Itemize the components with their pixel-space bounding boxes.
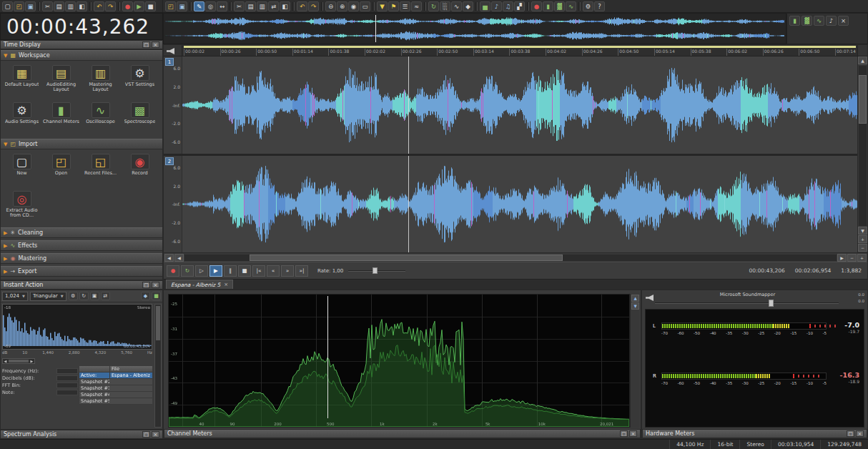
loop-region-bar[interactable]	[184, 46, 856, 48]
spectrum-display[interactable]: -25-31-37-43-49 40902005001k2k5k10k20,02…	[168, 294, 630, 428]
play-all-button[interactable]: ▷	[195, 265, 208, 277]
restore-panel-button[interactable]: □	[142, 41, 150, 48]
open-file-icon[interactable]: ◰	[14, 1, 24, 11]
sync-icon[interactable]: ⇄	[101, 292, 110, 300]
section-header-effects[interactable]: ▶∿Effects	[1, 240, 162, 251]
stop-button[interactable]: ■	[238, 265, 251, 277]
copy-icon[interactable]: ▤	[245, 1, 256, 11]
section-header-import[interactable]: ▼◰Import	[1, 139, 162, 149]
audio-settings-action[interactable]: ⚙Audio Settings	[2, 100, 41, 137]
save-as-icon[interactable]: ▣	[177, 1, 187, 11]
dock-close-icon[interactable]: ×	[838, 16, 849, 26]
cut-icon[interactable]: ✂	[42, 1, 53, 11]
meters-scroll-down[interactable]: ▼	[631, 302, 639, 310]
redo-icon[interactable]: ↷	[105, 1, 116, 11]
rate-slider-handle[interactable]	[373, 267, 378, 274]
table-row[interactable]: Snapshot #3:	[79, 385, 152, 392]
new-file-icon[interactable]: ▢	[2, 1, 13, 11]
output-volume-handle[interactable]	[769, 300, 774, 307]
redo-icon[interactable]: ↷	[308, 1, 319, 11]
close-panel-button[interactable]: ×	[152, 431, 159, 438]
statistics-icon[interactable]: ▞	[514, 1, 525, 11]
oscilloscope-action[interactable]: ∿Oscilloscope	[81, 100, 120, 137]
vertical-scrollbar[interactable]: ▲ ▼ + −	[857, 56, 867, 252]
event-tool-icon[interactable]: ↔	[217, 1, 227, 11]
loop-playback-button[interactable]: ↻	[181, 265, 194, 277]
spectrum-mini-scrollbar[interactable]: ◀ ▶	[2, 358, 35, 364]
level-meters-display[interactable]: L -70-60-50-40-35-30-25-20-15-10-5 R -70…	[645, 309, 864, 428]
rewind-button[interactable]: «	[267, 265, 280, 277]
settings-icon[interactable]: ⚙	[69, 292, 78, 300]
meters-icon[interactable]: ▮	[543, 1, 553, 11]
copy-icon[interactable]: ▤	[54, 1, 64, 11]
pause-button[interactable]: ‖	[224, 265, 237, 277]
go-to-start-button[interactable]: |«	[252, 265, 265, 277]
lock-icon[interactable]: ◆	[463, 1, 473, 11]
magnify-tool-icon[interactable]: ◎	[205, 1, 216, 11]
zoom-in-button[interactable]: +	[857, 254, 867, 262]
new-action[interactable]: ▢New	[2, 152, 41, 189]
undo-icon[interactable]: ↶	[297, 1, 307, 11]
edit-tool-icon[interactable]: ✎	[194, 1, 204, 11]
snap-icon[interactable]: ≈	[411, 1, 422, 11]
channel-meters-action[interactable]: ▮Channel Meters	[41, 100, 81, 137]
scroll-right-icon[interactable]: ▶	[29, 359, 34, 363]
audioediting-layout-action[interactable]: ▤AudioEditing Layout	[41, 63, 81, 100]
spectrum-mini-chart[interactable]: -18 Stereo -69 00:00:43,264	[2, 304, 152, 350]
zoom-selection-icon[interactable]: ◉	[348, 1, 359, 11]
section-header-cleaning[interactable]: ▶✳Cleaning	[1, 227, 162, 238]
record-action[interactable]: ◉Record	[120, 152, 159, 189]
section-header-mastering[interactable]: ▶◉Mastering	[1, 253, 162, 264]
command-list-icon[interactable]: ☰	[400, 1, 410, 11]
preferences-icon[interactable]: ⚙	[583, 1, 593, 11]
mix-icon[interactable]: ⇄	[268, 1, 279, 11]
spectrum-panel-scrollbar[interactable]	[154, 304, 162, 428]
close-panel-button[interactable]: ×	[856, 430, 864, 437]
recent-files-action[interactable]: ◱Recent Files...	[81, 152, 120, 189]
zoom-in-vertical-button[interactable]: +	[858, 235, 867, 243]
timeline-ruler[interactable]: 00:00:0200:00:2600:00:5000:01:1400:01:38…	[164, 45, 867, 56]
table-row[interactable]: Snapshot #5:	[79, 398, 152, 405]
refresh-icon[interactable]: ↻	[79, 292, 89, 300]
rate-slider[interactable]	[348, 267, 405, 274]
paste-icon[interactable]: ▥	[257, 1, 267, 11]
zoom-out-button[interactable]: −	[847, 254, 857, 262]
scroll-left-icon[interactable]: ◀	[3, 359, 8, 363]
zoom-in-icon[interactable]: ⊕	[337, 1, 347, 11]
paste-icon[interactable]: ▥	[65, 1, 76, 11]
scroll-up-button[interactable]: ▲	[858, 56, 867, 64]
table-row[interactable]: Snapshot #4:	[79, 392, 152, 398]
scope-icon[interactable]: ∿	[566, 1, 576, 11]
open-media-icon[interactable]: ◰	[165, 1, 176, 11]
forward-button[interactable]: »	[281, 265, 294, 277]
spectrum-icon[interactable]: ▓	[554, 1, 565, 11]
close-panel-button[interactable]: ×	[152, 282, 159, 288]
tab-close-icon[interactable]: ×	[224, 282, 228, 287]
scrollbar-thumb[interactable]	[250, 255, 563, 261]
zoom-window-icon[interactable]: ▭	[360, 1, 370, 11]
crossfade-icon[interactable]: ∿	[451, 1, 462, 11]
play-button[interactable]: ▶	[209, 265, 222, 277]
zoom-out-icon[interactable]: ⊖	[325, 1, 336, 11]
restore-panel-button[interactable]: □	[620, 430, 628, 437]
channel-2-waveform[interactable]	[182, 156, 857, 253]
close-panel-button[interactable]: ×	[152, 41, 159, 48]
plugin-chain-icon[interactable]: ♪	[491, 1, 502, 11]
loop-icon[interactable]: ↻	[428, 1, 439, 11]
record-button[interactable]: ●	[167, 265, 179, 277]
normalize-icon[interactable]: ▅	[480, 1, 490, 11]
trim-icon[interactable]: ◧	[280, 1, 290, 11]
fft-size-select[interactable]: 1,024 ▼	[2, 292, 28, 301]
restore-panel-button[interactable]: □	[142, 282, 150, 288]
meters-scroll-up[interactable]: ▲	[631, 295, 639, 302]
ruler-options-button[interactable]	[857, 45, 867, 56]
scroll-right-button[interactable]: ▶	[837, 254, 847, 262]
ruler-speaker-icon[interactable]	[167, 48, 174, 54]
horizontal-scrollbar[interactable]: ◀ ◀ ▶ − +	[164, 252, 867, 262]
dock-meters-icon[interactable]: ▮	[789, 16, 800, 26]
overview-waveform-strip[interactable]	[163, 13, 786, 44]
open-action[interactable]: ◰Open	[41, 152, 81, 189]
output-speaker-icon[interactable]	[646, 295, 654, 301]
channel-meters-scrollbar[interactable]: ▲ ▼	[630, 294, 639, 428]
hold-updates-icon[interactable]: ■	[152, 292, 161, 300]
